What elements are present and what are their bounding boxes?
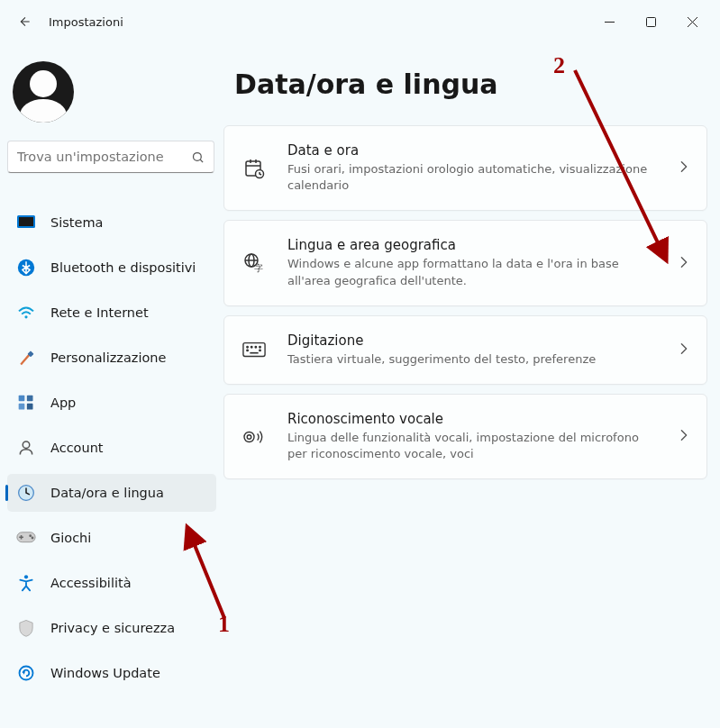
system-icon	[16, 213, 36, 232]
search-input[interactable]	[17, 150, 191, 164]
sidebar-nav: SistemaBluetooth e dispositiviRete e Int…	[7, 191, 223, 697]
bluetooth-icon	[16, 258, 36, 278]
page-title: Data/ora e lingua	[234, 68, 707, 100]
card-body: DigitazioneTastiera virtuale, suggerimen…	[287, 332, 658, 368]
card-title: Lingua e area geografica	[287, 237, 658, 253]
card-body: Lingua e area geograficaWindows e alcune…	[287, 237, 658, 288]
sidebar-item-games[interactable]: Giochi	[7, 519, 216, 557]
wifi-icon	[16, 303, 36, 323]
svg-point-38	[260, 350, 260, 351]
chevron-right-icon	[679, 159, 688, 177]
card-description: Fusi orari, impostazioni orologio automa…	[287, 161, 658, 194]
svg-point-40	[244, 432, 254, 441]
content-area: SistemaBluetooth e dispositiviRete e Int…	[0, 43, 720, 728]
settings-card-calendar[interactable]: Data e oraFusi orari, impostazioni orolo…	[223, 125, 707, 211]
settings-card-speech[interactable]: Riconoscimento vocaleLingua delle funzio…	[223, 394, 707, 479]
account-icon	[16, 438, 36, 458]
card-title: Digitazione	[287, 332, 658, 349]
svg-point-41	[247, 434, 251, 439]
svg-point-34	[251, 347, 251, 348]
arrow-left-icon	[18, 14, 32, 29]
settings-card-language[interactable]: 字Lingua e area geograficaWindows e alcun…	[223, 220, 707, 305]
svg-rect-1	[646, 17, 655, 26]
annotation-label-2: 2	[553, 52, 565, 79]
games-icon	[16, 528, 36, 548]
sidebar-item-bluetooth[interactable]: Bluetooth e dispositivi	[7, 249, 216, 287]
sidebar-item-wifi[interactable]: Rete e Internet	[7, 294, 216, 332]
sidebar-item-clock[interactable]: Data/ora e lingua	[7, 474, 216, 512]
privacy-icon	[16, 618, 36, 638]
settings-card-keyboard[interactable]: DigitazioneTastiera virtuale, suggerimen…	[223, 315, 707, 385]
back-button[interactable]	[7, 4, 43, 40]
svg-rect-14	[27, 404, 33, 410]
accessibility-icon	[16, 573, 36, 593]
sidebar-item-privacy[interactable]: Privacy e sicurezza	[7, 609, 216, 647]
sidebar-item-label: Bluetooth e dispositivi	[50, 260, 196, 275]
window-title: Impostazioni	[49, 15, 123, 29]
svg-point-21	[20, 667, 33, 680]
minimize-button[interactable]	[588, 4, 630, 40]
svg-point-18	[29, 534, 32, 537]
sidebar-item-system[interactable]: Sistema	[7, 204, 216, 241]
svg-point-4	[194, 152, 202, 160]
close-button[interactable]	[671, 4, 713, 40]
sidebar-item-apps[interactable]: App	[7, 384, 216, 422]
speech-icon	[242, 427, 266, 447]
sidebar: SistemaBluetooth e dispositiviRete e Int…	[0, 43, 223, 728]
chevron-right-icon	[679, 255, 688, 272]
svg-point-19	[32, 537, 34, 540]
svg-point-15	[23, 441, 30, 449]
card-body: Data e oraFusi orari, impostazioni orolo…	[287, 142, 658, 194]
sidebar-item-label: Privacy e sicurezza	[50, 621, 175, 635]
settings-card-list: Data e oraFusi orari, impostazioni orolo…	[223, 125, 707, 479]
sidebar-item-accessibility[interactable]: Accessibilità	[7, 564, 216, 602]
sidebar-item-update[interactable]: Windows Update	[7, 654, 216, 692]
annotation-label-1: 1	[218, 611, 230, 638]
svg-point-9	[24, 315, 27, 318]
sidebar-item-label: Accessibilità	[50, 576, 132, 590]
card-description: Windows e alcune app formattano la data …	[287, 256, 658, 288]
sidebar-item-account[interactable]: Account	[7, 429, 216, 467]
chevron-right-icon	[679, 428, 688, 445]
sidebar-item-label: Data/ora e lingua	[50, 486, 164, 500]
sidebar-item-label: Sistema	[50, 215, 103, 230]
sidebar-item-label: Personalizzazione	[50, 350, 166, 365]
sidebar-item-label: Rete e Internet	[50, 305, 149, 320]
search-box[interactable]	[7, 141, 214, 173]
sidebar-item-label: Giochi	[50, 531, 91, 545]
svg-point-20	[24, 575, 28, 578]
user-avatar[interactable]	[13, 61, 74, 123]
card-title: Data e ora	[287, 142, 658, 159]
window-controls	[588, 4, 713, 40]
card-description: Lingua delle funzionalità vocali, impost…	[287, 430, 658, 462]
card-body: Riconoscimento vocaleLingua delle funzio…	[287, 411, 658, 462]
svg-point-35	[255, 347, 256, 348]
maximize-icon	[646, 17, 656, 27]
search-icon	[191, 150, 205, 164]
svg-line-5	[200, 159, 203, 162]
svg-rect-12	[27, 396, 33, 402]
svg-point-33	[247, 347, 248, 348]
update-icon	[16, 663, 36, 683]
clock-icon	[16, 483, 36, 503]
calendar-icon	[242, 158, 266, 179]
svg-rect-7	[19, 217, 33, 226]
language-icon: 字	[242, 252, 266, 274]
titlebar: Impostazioni	[0, 0, 720, 43]
minimize-icon	[605, 17, 615, 27]
close-icon	[688, 17, 697, 27]
brush-icon	[16, 348, 36, 368]
svg-rect-11	[19, 396, 25, 402]
sidebar-item-brush[interactable]: Personalizzazione	[7, 339, 216, 377]
apps-icon	[16, 393, 36, 413]
maximize-button[interactable]	[630, 4, 671, 40]
card-description: Tastiera virtuale, suggerimento del test…	[287, 351, 658, 368]
chevron-right-icon	[679, 341, 688, 359]
svg-text:字: 字	[254, 263, 263, 273]
svg-point-36	[260, 347, 260, 348]
main-panel: Data/ora e lingua Data e oraFusi orari, …	[223, 43, 720, 728]
card-title: Riconoscimento vocale	[287, 411, 658, 427]
sidebar-item-label: App	[50, 396, 76, 410]
sidebar-item-label: Account	[50, 441, 104, 455]
sidebar-item-label: Windows Update	[50, 666, 160, 680]
